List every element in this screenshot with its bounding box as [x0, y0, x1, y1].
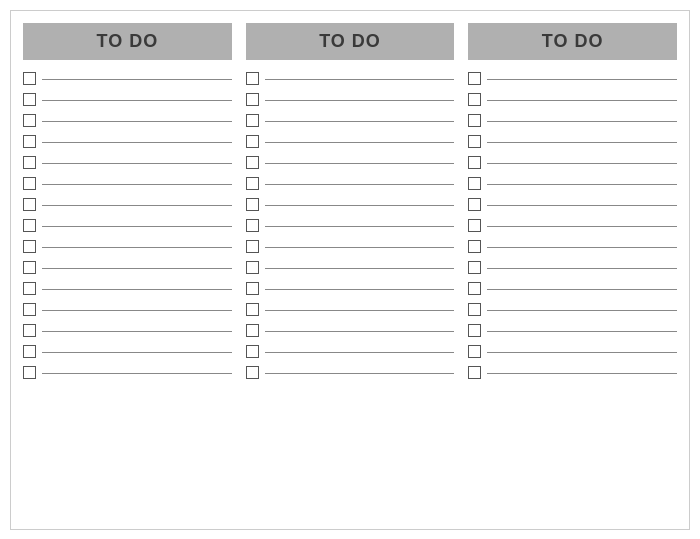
checkbox[interactable] [468, 219, 481, 232]
checkbox[interactable] [246, 93, 259, 106]
list-item [246, 152, 455, 173]
todo-line [487, 331, 677, 332]
checkbox[interactable] [468, 135, 481, 148]
checkbox[interactable] [23, 177, 36, 190]
list-item [246, 194, 455, 215]
todo-line [42, 184, 232, 185]
todo-line [265, 184, 455, 185]
checkbox[interactable] [23, 261, 36, 274]
list-item [246, 131, 455, 152]
checkbox[interactable] [246, 240, 259, 253]
checkbox[interactable] [246, 303, 259, 316]
checkbox[interactable] [468, 345, 481, 358]
todo-line [487, 205, 677, 206]
checkbox[interactable] [468, 240, 481, 253]
checkbox[interactable] [246, 177, 259, 190]
page-container: TO DOTO DOTO DO [10, 10, 690, 530]
todo-line [265, 268, 455, 269]
checkbox[interactable] [246, 282, 259, 295]
todo-line [42, 142, 232, 143]
checkbox[interactable] [246, 114, 259, 127]
list-item [468, 173, 677, 194]
list-item [23, 341, 232, 362]
checkbox[interactable] [246, 198, 259, 211]
todo-items-3 [468, 68, 677, 383]
list-item [468, 320, 677, 341]
checkbox[interactable] [23, 240, 36, 253]
checkbox[interactable] [23, 135, 36, 148]
checkbox[interactable] [23, 303, 36, 316]
list-item [468, 194, 677, 215]
checkbox[interactable] [468, 93, 481, 106]
todo-line [487, 163, 677, 164]
todo-header-1: TO DO [23, 23, 232, 60]
checkbox[interactable] [23, 219, 36, 232]
checkbox[interactable] [468, 261, 481, 274]
todo-line [487, 142, 677, 143]
list-item [468, 362, 677, 383]
list-item [23, 215, 232, 236]
checkbox[interactable] [468, 156, 481, 169]
todo-line [487, 373, 677, 374]
list-item [246, 89, 455, 110]
checkbox[interactable] [468, 72, 481, 85]
todo-line [42, 373, 232, 374]
checkbox[interactable] [23, 366, 36, 379]
checkbox[interactable] [468, 366, 481, 379]
list-item [23, 152, 232, 173]
list-item [468, 257, 677, 278]
list-item [23, 68, 232, 89]
checkbox[interactable] [23, 282, 36, 295]
checkbox[interactable] [468, 198, 481, 211]
todo-line [487, 100, 677, 101]
list-item [468, 341, 677, 362]
checkbox[interactable] [23, 114, 36, 127]
todo-line [265, 79, 455, 80]
todo-line [265, 121, 455, 122]
checkbox[interactable] [23, 345, 36, 358]
checkbox[interactable] [23, 93, 36, 106]
todo-line [42, 79, 232, 80]
checkbox[interactable] [246, 219, 259, 232]
checkbox[interactable] [468, 324, 481, 337]
checkbox[interactable] [23, 198, 36, 211]
todo-line [487, 121, 677, 122]
checkbox[interactable] [246, 345, 259, 358]
todo-line [487, 247, 677, 248]
checkbox[interactable] [23, 156, 36, 169]
todo-column-1: TO DO [23, 23, 232, 517]
todo-line [42, 205, 232, 206]
checkbox[interactable] [468, 303, 481, 316]
checkbox[interactable] [468, 282, 481, 295]
todo-line [265, 100, 455, 101]
list-item [246, 278, 455, 299]
checkbox[interactable] [23, 72, 36, 85]
list-item [23, 194, 232, 215]
todo-column-2: TO DO [246, 23, 455, 517]
todo-line [265, 373, 455, 374]
todo-line [265, 331, 455, 332]
checkbox[interactable] [23, 324, 36, 337]
list-item [468, 89, 677, 110]
list-item [23, 110, 232, 131]
todo-line [42, 352, 232, 353]
list-item [246, 299, 455, 320]
checkbox[interactable] [246, 366, 259, 379]
todo-line [42, 289, 232, 290]
todo-line [265, 226, 455, 227]
todo-line [42, 121, 232, 122]
todo-items-2 [246, 68, 455, 383]
todo-line [487, 310, 677, 311]
checkbox[interactable] [246, 324, 259, 337]
checkbox[interactable] [468, 114, 481, 127]
checkbox[interactable] [468, 177, 481, 190]
list-item [468, 131, 677, 152]
checkbox[interactable] [246, 135, 259, 148]
list-item [246, 110, 455, 131]
checkbox[interactable] [246, 261, 259, 274]
todo-line [42, 226, 232, 227]
checkbox[interactable] [246, 72, 259, 85]
checkbox[interactable] [246, 156, 259, 169]
todo-line [42, 331, 232, 332]
list-item [468, 299, 677, 320]
